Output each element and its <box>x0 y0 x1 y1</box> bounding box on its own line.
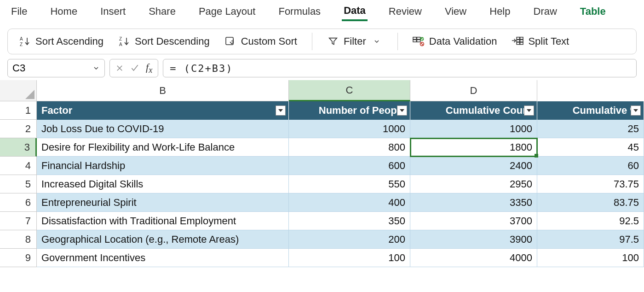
cell-b3[interactable]: 800 <box>289 138 410 157</box>
header-cum-count-cell[interactable]: Cumulative Count <box>410 101 537 120</box>
sort-asc-icon: A Z <box>19 35 31 47</box>
tab-draw[interactable]: Draw <box>532 3 559 20</box>
cell-c8[interactable]: 3900 <box>410 230 537 249</box>
filter-dropdown-icon[interactable] <box>276 105 286 116</box>
cell-c4[interactable]: 2400 <box>410 157 537 175</box>
chevron-down-icon <box>92 64 100 72</box>
filter-dropdown-icon[interactable] <box>631 105 641 116</box>
select-all-corner[interactable] <box>0 80 37 101</box>
svg-text:Z: Z <box>20 42 23 47</box>
tab-help[interactable]: Help <box>488 3 512 20</box>
tab-insert[interactable]: Insert <box>98 3 127 20</box>
cell-a2[interactable]: Job Loss Due to COVID-19 <box>37 120 289 138</box>
cell-a3[interactable]: Desire for Flexibility and Work-Life Bal… <box>37 138 289 157</box>
table-row: 5 Increased Digital Skills 550 2950 73.7… <box>0 175 644 193</box>
cell-d9[interactable]: 100 <box>537 249 644 267</box>
cell-a8[interactable]: Geographical Location (e.g., Remote Area… <box>37 230 289 249</box>
fx-icon[interactable]: fx <box>146 61 152 75</box>
formula-input[interactable]: = (C2+B3) <box>163 59 637 77</box>
row-head-9[interactable]: 9 <box>0 249 37 267</box>
svg-rect-16 <box>517 42 520 45</box>
tab-home[interactable]: Home <box>48 3 79 20</box>
tab-formulas[interactable]: Formulas <box>276 3 322 20</box>
cell-c7[interactable]: 3700 <box>410 212 537 230</box>
tab-file[interactable]: File <box>9 3 29 20</box>
cell-a6[interactable]: Entrepreneurial Spirit <box>37 193 289 212</box>
chevron-down-icon <box>371 35 383 47</box>
tab-view[interactable]: View <box>443 3 468 20</box>
custom-sort-button[interactable]: Custom Sort <box>222 34 300 49</box>
row-head-6[interactable]: 6 <box>0 193 37 212</box>
cell-b8[interactable]: 200 <box>289 230 410 249</box>
table-row: 3 Desire for Flexibility and Work-Life B… <box>0 138 644 157</box>
spreadsheet-grid[interactable]: A B C D 1 Factor Number of People Cumula… <box>0 80 644 267</box>
cell-b2[interactable]: 1000 <box>289 120 410 138</box>
table-row: 9 Government Incentives 100 4000 100 <box>0 249 644 267</box>
sort-descending-label: Sort Descending <box>135 35 210 47</box>
header-cum-count-label: Cumulative Count <box>446 105 532 117</box>
filter-dropdown-icon[interactable] <box>524 105 534 116</box>
col-head-d[interactable]: D <box>410 80 537 101</box>
cell-c2[interactable]: 1000 <box>410 120 537 138</box>
cell-c3[interactable]: 1800 <box>410 138 537 157</box>
custom-sort-icon <box>224 35 236 47</box>
cell-d5[interactable]: 73.75 <box>537 175 644 193</box>
data-validation-button[interactable]: Data Validation <box>410 34 500 49</box>
cell-c6[interactable]: 3350 <box>410 193 537 212</box>
header-factor-cell[interactable]: Factor <box>37 101 289 120</box>
cell-d8[interactable]: 97.5 <box>537 230 644 249</box>
tab-pagelayout[interactable]: Page Layout <box>197 3 258 20</box>
svg-rect-17 <box>520 42 523 45</box>
tab-data[interactable]: Data <box>342 2 368 21</box>
tab-review[interactable]: Review <box>387 3 424 20</box>
row-head-5[interactable]: 5 <box>0 175 37 193</box>
cell-a7[interactable]: Dissatisfaction with Traditional Employm… <box>37 212 289 230</box>
cancel-formula-icon[interactable] <box>115 64 124 72</box>
toolbar-separator <box>312 33 312 50</box>
header-cum-pct-cell[interactable]: Cumulative % <box>537 101 644 120</box>
cell-b5[interactable]: 550 <box>289 175 410 193</box>
cell-d7[interactable]: 92.5 <box>537 212 644 230</box>
cell-b4[interactable]: 600 <box>289 157 410 175</box>
filter-icon <box>327 35 339 47</box>
name-box[interactable]: C3 <box>7 59 105 77</box>
cell-b6[interactable]: 400 <box>289 193 410 212</box>
col-head-b[interactable]: B <box>37 80 289 101</box>
svg-rect-5 <box>413 37 416 40</box>
table-row: 6 Entrepreneurial Spirit 400 3350 83.75 <box>0 193 644 212</box>
tab-table[interactable]: Table <box>578 3 608 20</box>
cell-a4[interactable]: Financial Hardship <box>37 157 289 175</box>
row-head-8[interactable]: 8 <box>0 230 37 249</box>
filter-button[interactable]: Filter <box>324 34 385 49</box>
row-head-4[interactable]: 4 <box>0 157 37 175</box>
table-row: 8 Geographical Location (e.g., Remote Ar… <box>0 230 644 249</box>
row-head-7[interactable]: 7 <box>0 212 37 230</box>
cell-d2[interactable]: 25 <box>537 120 644 138</box>
svg-text:A: A <box>119 42 122 47</box>
row-head-1[interactable]: 1 <box>0 101 37 120</box>
cell-a9[interactable]: Government Incentives <box>37 249 289 267</box>
cell-a5[interactable]: Increased Digital Skills <box>37 175 289 193</box>
split-text-button[interactable]: Split Text <box>509 34 572 49</box>
formula-bar: C3 fx = (C2+B3) <box>0 58 644 80</box>
cell-c9[interactable]: 4000 <box>410 249 537 267</box>
cell-d3[interactable]: 45 <box>537 138 644 157</box>
table-header-row: 1 Factor Number of People Cumulative Cou… <box>0 101 644 120</box>
split-text-label: Split Text <box>528 35 569 47</box>
cell-b7[interactable]: 350 <box>289 212 410 230</box>
col-head-c[interactable]: C <box>289 80 410 101</box>
formula-text: = (C2+B3) <box>170 63 233 74</box>
cell-d6[interactable]: 83.75 <box>537 193 644 212</box>
svg-point-9 <box>420 37 424 41</box>
sort-descending-button[interactable]: Z A Sort Descending <box>115 34 213 49</box>
cell-c5[interactable]: 2950 <box>410 175 537 193</box>
sort-ascending-button[interactable]: A Z Sort Ascending <box>16 34 106 49</box>
tab-share[interactable]: Share <box>147 3 178 20</box>
header-num-people-cell[interactable]: Number of People <box>289 101 410 120</box>
cell-d4[interactable]: 60 <box>537 157 644 175</box>
row-head-3[interactable]: 3 <box>0 138 37 157</box>
filter-dropdown-icon[interactable] <box>397 105 407 116</box>
row-head-2[interactable]: 2 <box>0 120 37 138</box>
cell-b9[interactable]: 100 <box>289 249 410 267</box>
accept-formula-icon[interactable] <box>130 64 139 73</box>
